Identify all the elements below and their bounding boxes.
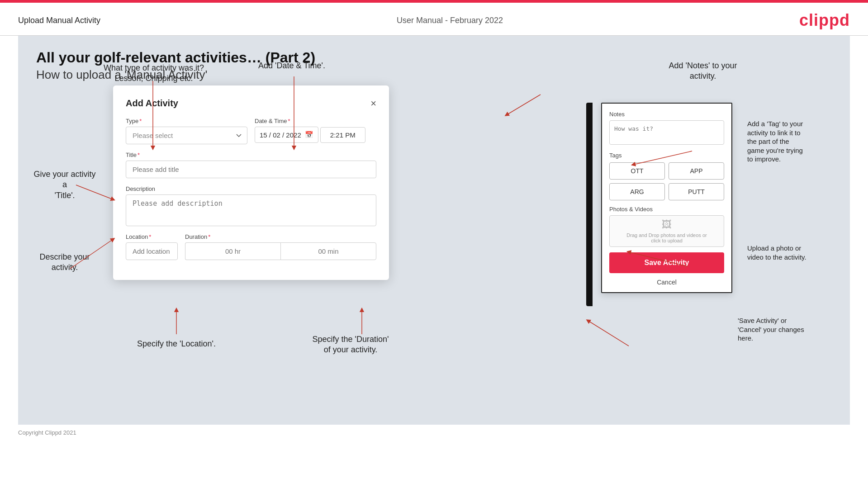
footer: Copyright Clippd 2021 bbox=[0, 425, 868, 441]
cancel-link[interactable]: Cancel bbox=[609, 277, 724, 288]
datetime-group: Date & Time* 15 / 02 / 2022 📅 2:21 PM bbox=[255, 118, 376, 144]
description-group: Description bbox=[126, 185, 376, 226]
notes-textarea[interactable] bbox=[609, 120, 724, 145]
modal-header: Add Activity × bbox=[126, 98, 376, 109]
annotation-describe: Describe youractivity. bbox=[31, 252, 99, 273]
location-group: Location* bbox=[126, 233, 178, 260]
photos-text: Drag and Drop photos and videos orclick … bbox=[626, 232, 707, 243]
type-select[interactable]: Please select bbox=[126, 127, 247, 144]
main-content: All your golf-relevant activities… (Part… bbox=[18, 36, 850, 425]
modal-close-button[interactable]: × bbox=[370, 99, 376, 109]
svg-line-7 bbox=[507, 95, 541, 115]
logo: clippd bbox=[799, 11, 850, 30]
title-input[interactable] bbox=[126, 161, 376, 178]
date-value: 15 / 02 / 2022 bbox=[260, 131, 301, 139]
description-textarea[interactable] bbox=[126, 194, 376, 226]
location-input[interactable] bbox=[126, 242, 178, 260]
phone-panel: Notes Tags OTT APP ARG PUTT Photos & Vid… bbox=[601, 103, 732, 293]
description-label: Description bbox=[126, 185, 376, 192]
annotation-upload: Upload a photo orvideo to the activity. bbox=[747, 244, 844, 261]
photos-label: Photos & Videos bbox=[609, 206, 724, 213]
manual-title: User Manual - February 2022 bbox=[397, 16, 503, 25]
annotation-activity-type: What type of activity was it?Lesson, Chi… bbox=[102, 63, 206, 84]
phone-inner: Notes Tags OTT APP ARG PUTT Photos & Vid… bbox=[602, 104, 731, 292]
svg-line-10 bbox=[588, 321, 629, 346]
tags-grid: OTT APP ARG PUTT bbox=[609, 162, 724, 200]
tag-putt[interactable]: PUTT bbox=[669, 183, 724, 200]
phone-side-bar bbox=[586, 103, 593, 306]
datetime-label: Date & Time* bbox=[255, 118, 376, 124]
date-input[interactable]: 15 / 02 / 2022 📅 bbox=[255, 127, 318, 143]
type-group: Type* Please select bbox=[126, 118, 247, 144]
location-duration-row: Location* Duration* bbox=[126, 233, 376, 260]
time-input[interactable]: 2:21 PM bbox=[320, 127, 365, 143]
title-label: Title* bbox=[126, 152, 376, 158]
calendar-icon: 📅 bbox=[305, 131, 313, 139]
header: Upload Manual Activity User Manual - Feb… bbox=[0, 3, 868, 36]
upload-icon: 🖼 bbox=[662, 219, 672, 231]
copyright: Copyright Clippd 2021 bbox=[18, 429, 76, 436]
tags-label: Tags bbox=[609, 152, 724, 159]
tag-app[interactable]: APP bbox=[669, 162, 724, 180]
annotation-save-cancel: 'Save Activity' or'Cancel' your changesh… bbox=[738, 316, 846, 343]
annotation-notes: Add 'Notes' to youractivity. bbox=[653, 61, 753, 82]
notes-label: Notes bbox=[609, 111, 724, 118]
tag-arg[interactable]: ARG bbox=[609, 183, 665, 200]
duration-min-input[interactable] bbox=[280, 242, 376, 260]
add-activity-modal: Add Activity × Type* Please select Date … bbox=[113, 85, 389, 280]
type-datetime-row: Type* Please select Date & Time* 15 / 02… bbox=[126, 118, 376, 144]
annotation-give-title: Give your activity a'Title'. bbox=[31, 169, 99, 201]
annotation-duration: Specify the 'Duration'of your activity. bbox=[289, 334, 412, 355]
photos-upload-area[interactable]: 🖼 Drag and Drop photos and videos orclic… bbox=[609, 215, 724, 247]
duration-label: Duration* bbox=[185, 233, 376, 240]
duration-row bbox=[185, 242, 376, 260]
title-group: Title* bbox=[126, 152, 376, 178]
duration-hr-input[interactable] bbox=[185, 242, 280, 260]
annotation-tag: Add a 'Tag' to youractivity to link it t… bbox=[747, 119, 844, 164]
location-label: Location* bbox=[126, 233, 178, 240]
save-activity-button[interactable]: Save Activity bbox=[609, 252, 724, 273]
tag-ott[interactable]: OTT bbox=[609, 162, 665, 180]
date-time-row: 15 / 02 / 2022 📅 2:21 PM bbox=[255, 127, 376, 143]
page-title: Upload Manual Activity bbox=[18, 16, 100, 25]
duration-group: Duration* bbox=[185, 233, 376, 260]
annotation-location: Specify the 'Location'. bbox=[127, 339, 226, 349]
modal-title: Add Activity bbox=[126, 98, 178, 109]
annotation-datetime: Add 'Date & Time'. bbox=[244, 61, 339, 71]
type-label: Type* bbox=[126, 118, 247, 124]
